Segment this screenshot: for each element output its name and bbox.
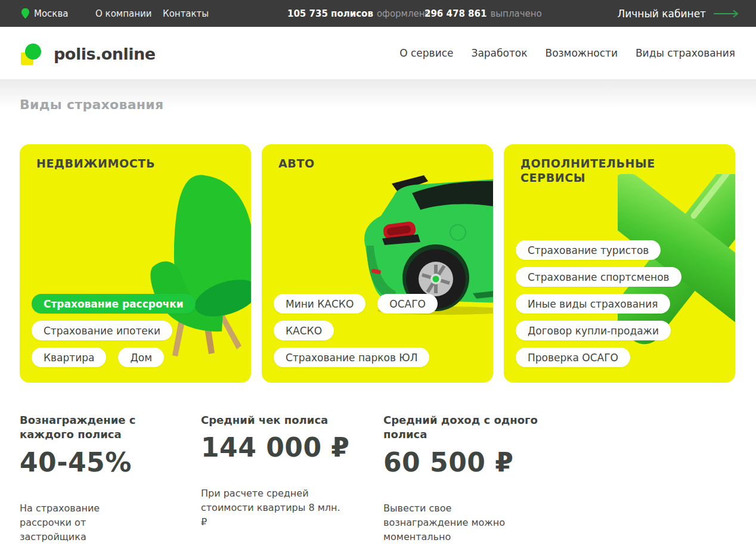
card-real-estate-title: НЕДВИЖИМОСТЬ: [36, 156, 155, 170]
stat-average-check: Средний чек полиса 144 000 ₽ При расчете…: [201, 413, 356, 529]
logo[interactable]: polis.online: [21, 41, 156, 66]
stat-average-check-heading: Средний чек полиса: [201, 413, 356, 427]
nav-item-insurance-types[interactable]: Виды страхования: [636, 47, 735, 59]
tag-tourist-insurance[interactable]: Страхование туристов: [516, 240, 661, 260]
card-auto-title: АВТО: [278, 156, 315, 170]
card-additional-services[interactable]: ДОПОЛНИТЕЛЬНЫЕ СЕРВИСЫ Страхование турис…: [504, 144, 735, 383]
payout-value: 296 478 861: [425, 8, 487, 19]
arrow-right-icon: [713, 10, 739, 18]
tag-fleet-insurance[interactable]: Страхование парков ЮЛ: [274, 348, 429, 367]
logo-text: polis.online: [54, 45, 156, 63]
page-title: Виды страхования: [20, 97, 164, 112]
stat-reward-value: 40-45%: [20, 447, 163, 477]
topbar-link-contacts[interactable]: Контакты: [163, 0, 209, 27]
stat-reward-heading: Вознаграждение с каждого полиса: [20, 413, 163, 442]
tag-mini-kasko[interactable]: Мини КАСКО: [274, 294, 365, 314]
tag-sale-contract[interactable]: Договор купли-продажи: [516, 321, 671, 340]
stat-average-income-note: Вывести свое вознаграждение можно момент…: [383, 501, 518, 544]
tag-athlete-insurance[interactable]: Страхование спортсменов: [516, 267, 681, 287]
nav-item-earnings[interactable]: Заработок: [472, 47, 528, 59]
stat-average-income-value: 60 500 ₽: [383, 447, 562, 477]
tag-kasko[interactable]: КАСКО: [274, 321, 334, 340]
tag-osago[interactable]: ОСАГО: [377, 294, 438, 314]
tag-house[interactable]: Дом: [118, 348, 164, 367]
topbar-link-company[interactable]: О компании: [95, 0, 151, 27]
location-pin-icon: [21, 8, 30, 19]
tag-other-insurance[interactable]: Иные виды страхования: [516, 294, 670, 314]
topbar: Москва О компании Контакты 105 735 полис…: [0, 0, 756, 27]
tag-osago-check[interactable]: Проверка ОСАГО: [516, 348, 630, 367]
city-selector[interactable]: Москва: [21, 0, 68, 27]
insurance-cards: НЕДВИЖИМОСТЬ Страхование рассрочки Страх…: [20, 144, 735, 383]
stat-reward: Вознаграждение с каждого полиса 40-45% Н…: [20, 413, 163, 544]
card-additional-services-tags: Страхование туристов Страхование спортсм…: [516, 240, 681, 367]
nav-item-features[interactable]: Возможности: [545, 47, 617, 59]
payout-label: выплачено: [490, 8, 541, 19]
header: polis.online О сервисе Заработок Возможн…: [0, 27, 756, 79]
stat-average-income-heading: Средний доход с одного полиса: [383, 413, 562, 442]
card-real-estate[interactable]: НЕДВИЖИМОСТЬ Страхование рассрочки Страх…: [20, 144, 251, 383]
card-auto-tags: Мини КАСКО ОСАГО КАСКО Страхование парко…: [274, 294, 438, 367]
policies-issued-value: 105 735 полисов: [287, 8, 373, 19]
nav-item-service[interactable]: О сервисе: [399, 47, 453, 59]
stat-average-income: Средний доход с одного полиса 60 500 ₽ В…: [383, 413, 562, 544]
stat-reward-note: На страхование рассрочки от застройщика: [20, 501, 130, 544]
policies-issued-stat: 105 735 полисов оформлено: [287, 0, 430, 27]
card-auto[interactable]: АВТО: [262, 144, 493, 383]
card-real-estate-tags: Страхование рассрочки Страхование ипотек…: [32, 294, 196, 367]
stat-average-check-value: 144 000 ₽: [201, 432, 356, 463]
card-additional-services-title: ДОПОЛНИТЕЛЬНЫЕ СЕРВИСЫ: [520, 156, 676, 185]
tag-installment-insurance[interactable]: Страхование рассрочки: [32, 294, 196, 314]
logo-green-circle: [25, 44, 41, 60]
policies-issued-label: оформлено: [377, 8, 430, 19]
account-label: Личный кабинет: [617, 8, 706, 20]
stat-average-check-note: При расчете средней стоимости квартиры 8…: [201, 486, 347, 529]
logo-mark-icon: [21, 41, 46, 66]
payout-stat: 296 478 861 выплачено: [425, 0, 542, 27]
main-nav: О сервисе Заработок Возможности Виды стр…: [399, 27, 735, 79]
account-button[interactable]: Личный кабинет: [617, 0, 739, 27]
tag-apartment[interactable]: Квартира: [32, 348, 106, 367]
city-label: Москва: [34, 8, 68, 19]
tag-mortgage-insurance[interactable]: Страхование ипотеки: [32, 321, 172, 340]
